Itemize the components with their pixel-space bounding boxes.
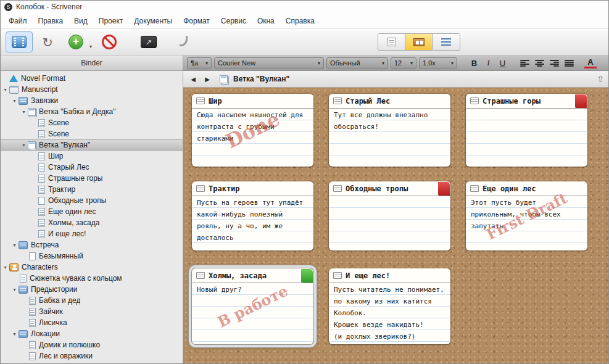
binder-item[interactable]: Локации <box>1 328 183 339</box>
card-synopsis: Новый друг? <box>192 283 313 344</box>
align-left-button[interactable] <box>520 59 530 67</box>
binder-item[interactable]: Домик и полюшко <box>1 339 183 350</box>
align-center-button[interactable] <box>534 59 545 67</box>
binder-item[interactable]: И еще лес! <box>1 228 183 239</box>
binder-item-label: Страшные горы <box>48 174 102 183</box>
style-value: Обычный <box>330 59 360 67</box>
binder-item[interactable]: Ветка "Бабка и Дедка" <box>1 106 183 117</box>
document-view-button[interactable] <box>378 34 405 50</box>
card-synopsis: Этот пусть будет прикольным, чтобы всех … <box>466 196 587 250</box>
document-text-icon <box>29 297 36 305</box>
card-title: Старый Лес <box>346 97 390 105</box>
menu-item[interactable]: Окна <box>252 15 280 27</box>
align-justify-button[interactable] <box>564 59 574 67</box>
delete-button[interactable] <box>96 31 123 52</box>
binder-item[interactable]: Завязки <box>1 95 183 106</box>
text-color-button[interactable]: A <box>584 57 597 68</box>
index-card[interactable]: Холмы, засадаНовый друг?В работе <box>192 268 313 344</box>
binder-item[interactable]: Зайчик <box>1 306 183 317</box>
manuscript-icon <box>9 86 19 94</box>
paragraph-style-dropdown[interactable]: ¶a <box>187 57 212 69</box>
binder-item[interactable]: Scene <box>1 128 183 139</box>
menu-item[interactable]: Документы <box>128 15 178 27</box>
title-bar: Колобок - Scrivener <box>1 1 608 13</box>
card-title: И еще лес! <box>346 271 390 280</box>
binder-item[interactable]: Бабка и дед <box>1 295 183 306</box>
disclosure-triangle-icon[interactable] <box>20 109 27 115</box>
card-synopsis <box>466 109 587 167</box>
menu-item[interactable]: Файл <box>3 15 33 27</box>
menu-item[interactable]: Правка <box>33 15 69 27</box>
index-card[interactable]: Страшные горы <box>466 94 587 167</box>
binder-item[interactable]: Старый Лес <box>1 162 183 173</box>
card-title-bar: Шир <box>192 94 313 109</box>
menu-item[interactable]: Сервис <box>215 15 252 27</box>
binder-item[interactable]: Безымянный <box>1 250 183 262</box>
disclosure-triangle-icon[interactable] <box>11 331 18 337</box>
dropdown-arrow-icon <box>315 60 320 66</box>
folder-icon <box>19 286 28 294</box>
binder-item[interactable]: Трактир <box>1 184 183 195</box>
toolbar <box>1 28 608 56</box>
editor-title: Ветка "Вулкан" <box>233 75 289 83</box>
italic-button[interactable]: I <box>483 58 494 68</box>
add-button[interactable] <box>62 31 89 52</box>
name-generator-button[interactable] <box>170 31 197 52</box>
index-card[interactable]: Старый ЛесТут все должны внезапно обосра… <box>329 94 450 167</box>
binder-item[interactable]: Страшные горы <box>1 173 183 184</box>
add-dropdown-arrow-icon[interactable] <box>89 44 92 49</box>
menu-item[interactable]: Справка <box>280 15 320 27</box>
disclosure-triangle-icon[interactable] <box>20 143 27 148</box>
menu-item[interactable]: Формат <box>178 15 215 27</box>
binder-item[interactable]: Шир <box>1 151 183 162</box>
binder-item[interactable]: Novel Format <box>1 73 183 84</box>
binder-item[interactable]: Лес и овражики <box>1 350 183 362</box>
document-text-icon <box>20 275 27 283</box>
binder-item[interactable]: Еще один лес <box>1 206 183 217</box>
disclosure-triangle-icon[interactable] <box>11 98 18 104</box>
binder-item[interactable]: Scene <box>1 117 183 128</box>
corkboard[interactable]: ШирСюда насыпем няшностей для контраста … <box>183 88 608 363</box>
menu-bar: ФайлПравкаВидПроектДокументыФорматСервис… <box>1 13 608 28</box>
characters-icon <box>9 263 19 271</box>
style-dropdown[interactable]: Обычный <box>326 57 388 69</box>
index-card[interactable]: И еще лес!Пусть читатель не понимает, по… <box>329 268 450 344</box>
binder-toggle-button[interactable] <box>6 31 33 52</box>
card-title-bar: Старый Лес <box>329 94 450 109</box>
align-right-button[interactable] <box>549 59 560 67</box>
binder-item[interactable]: Ветка "Вулкан" <box>1 139 183 151</box>
binder-item[interactable]: Characters <box>1 262 183 273</box>
disclosure-triangle-icon[interactable] <box>2 87 9 93</box>
back-button[interactable] <box>188 73 199 85</box>
index-card[interactable]: Еще один лесЭтот пусть будет прикольным,… <box>466 181 587 250</box>
sync-button[interactable] <box>34 31 61 52</box>
binder-item[interactable]: Холмы, засада <box>1 217 183 228</box>
forward-button[interactable] <box>202 73 213 85</box>
index-card[interactable]: ШирСюда насыпем няшностей для контраста … <box>192 94 313 167</box>
disclosure-triangle-icon[interactable] <box>2 265 9 270</box>
card-title-bar: И еще лес! <box>329 268 450 283</box>
disclosure-triangle-icon[interactable] <box>11 242 18 248</box>
index-card[interactable]: Обходные тропы <box>329 181 450 250</box>
path-up-icon[interactable] <box>597 74 604 84</box>
compose-mode-button[interactable] <box>135 31 162 52</box>
font-size-dropdown[interactable]: 12 <box>391 57 416 69</box>
binder-item[interactable]: Предыстории <box>1 284 183 295</box>
corkboard-view-button[interactable] <box>405 34 433 50</box>
font-dropdown[interactable]: Courier New <box>214 57 324 69</box>
outline-view-button[interactable] <box>433 34 460 50</box>
menu-item[interactable]: Проект <box>93 15 129 27</box>
binder-item[interactable]: Встреча <box>1 239 183 250</box>
document-text-icon <box>29 352 36 360</box>
underline-button[interactable]: U <box>497 59 508 68</box>
bold-button[interactable]: B <box>468 59 480 68</box>
index-card[interactable]: ТрактирПусть на героев тут упадёт какой-… <box>192 181 313 250</box>
binder-item[interactable]: Обходные тропы <box>1 195 183 206</box>
binder-item[interactable]: Manuscript <box>1 84 183 95</box>
disclosure-triangle-icon[interactable] <box>11 287 18 292</box>
binder-item[interactable]: Сюжетка чувака с кольцом <box>1 273 183 284</box>
binder-item[interactable]: Лисичка <box>1 317 183 328</box>
menu-item[interactable]: Вид <box>68 15 93 27</box>
document-text-icon <box>38 186 45 194</box>
line-spacing-dropdown[interactable]: 1.0x <box>419 57 457 69</box>
